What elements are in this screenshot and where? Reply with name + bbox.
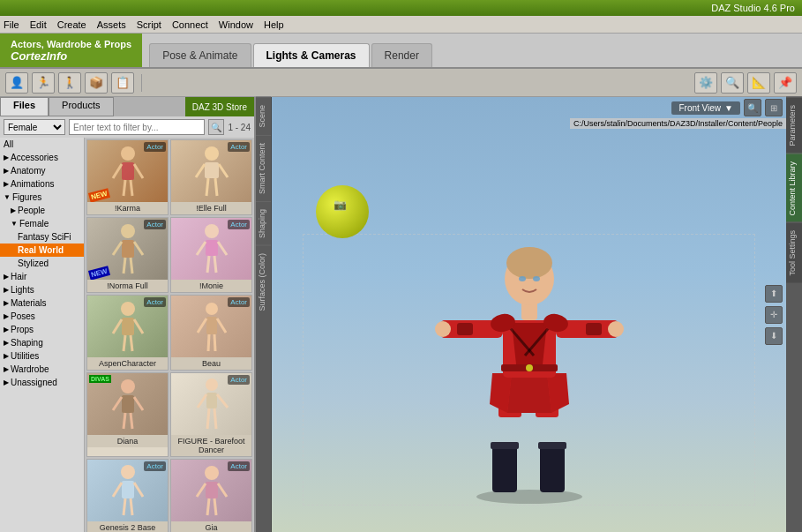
grid-item-beau[interactable]: Actor Beau — [170, 295, 252, 371]
tree-item-all[interactable]: All — [0, 138, 84, 151]
tree-item-accessories[interactable]: ▶ Accessories — [0, 151, 84, 164]
menu-item-help[interactable]: Help — [264, 19, 284, 30]
camera-icon: 📷 — [334, 199, 347, 211]
tree-item-figures[interactable]: ▼ Figures — [0, 191, 84, 204]
grid-item-gia[interactable]: Actor Gia — [170, 459, 252, 532]
actor-badge: Actor — [144, 142, 166, 152]
tab-tool-settings[interactable]: Tool Settings — [786, 222, 802, 283]
toolbar-btn-4[interactable]: 📦 — [85, 72, 108, 94]
tree-label: Poses — [11, 311, 35, 321]
toolbar-btn-1[interactable]: 👤 — [5, 72, 28, 94]
tree-item-female[interactable]: ▼ Female — [0, 217, 84, 230]
tree-item-realworld[interactable]: Real World — [0, 244, 84, 257]
arrow-icon: ▶ — [4, 299, 9, 307]
svg-line-40 — [124, 413, 125, 429]
tree-item-wardrobe[interactable]: ▶ Wardrobe — [0, 363, 84, 376]
svg-line-45 — [217, 394, 228, 408]
tab-shaping[interactable]: Shaping — [256, 201, 271, 245]
menu-item-create[interactable]: Create — [57, 19, 86, 30]
svg-line-39 — [134, 397, 143, 410]
menu-item-file[interactable]: File — [4, 19, 19, 30]
grid-item-elle[interactable]: Actor !Elle Full — [170, 139, 252, 215]
tab-files[interactable]: Files — [0, 97, 49, 116]
tree-item-hair[interactable]: ▶ Hair — [0, 270, 84, 283]
nav-up-btn[interactable]: ⬆ — [765, 285, 783, 303]
tree-item-shaping[interactable]: ▶ Shaping — [0, 336, 84, 349]
tab-surfaces[interactable]: Surfaces (Color) — [256, 245, 271, 318]
tree-item-animations[interactable]: ▶ Animations — [0, 177, 84, 191]
toolbar-btn-8[interactable]: 📐 — [747, 72, 770, 94]
menu-item-assets[interactable]: Assets — [97, 19, 126, 30]
nav-center-btn[interactable]: ✛ — [765, 306, 783, 324]
tab-products[interactable]: Products — [49, 97, 113, 116]
svg-line-9 — [219, 164, 228, 177]
svg-rect-75 — [491, 442, 519, 449]
nav-logo: Actors, Wardrobe & Props CortezInfo — [0, 34, 142, 67]
svg-rect-25 — [122, 318, 134, 335]
tree-item-anatomy[interactable]: ▶ Anatomy — [0, 164, 84, 177]
arrow-icon: ▶ — [4, 312, 9, 320]
svg-marker-79 — [507, 373, 551, 413]
toolbar-btn-2[interactable]: 🏃 — [32, 72, 55, 94]
nav-down-btn[interactable]: ⬇ — [765, 327, 783, 345]
tree-item-lights[interactable]: ▶ Lights — [0, 283, 84, 296]
search-button[interactable]: 🔍 — [208, 119, 224, 135]
tree-item-poses[interactable]: ▶ Poses — [0, 310, 84, 323]
tab-content-library[interactable]: Content Library — [786, 154, 802, 223]
grid-area: Actor NEW !Kar — [85, 138, 254, 532]
toolbar-btn-9[interactable]: 📌 — [774, 72, 797, 94]
viewport-header: Front View ▼ 🔍 ⊞ — [272, 97, 786, 118]
menu-item-edit[interactable]: Edit — [30, 19, 47, 30]
grid-item-dancer[interactable]: Actor FIGURE - Barefoot Dancer — [170, 372, 252, 457]
svg-point-54 — [205, 466, 219, 480]
svg-line-58 — [207, 498, 209, 515]
arrow-icon: ▼ — [11, 220, 18, 228]
tree-item-utilities[interactable]: ▶ Utilities — [0, 349, 84, 363]
tree-item-materials[interactable]: ▶ Materials — [0, 296, 84, 310]
category-select[interactable]: Female Male All — [4, 119, 65, 135]
svg-point-6 — [205, 146, 219, 161]
tab-parameters[interactable]: Parameters — [786, 97, 802, 154]
svg-point-93 — [608, 321, 624, 337]
scene-tabs: Scene Smart Content Shaping Surfaces (Co… — [256, 97, 272, 532]
grid-item-aspen[interactable]: Actor AspenCharacter — [86, 295, 169, 371]
toolbar-btn-7[interactable]: 🔍 — [721, 72, 744, 94]
figure-area — [388, 179, 671, 514]
tree-item-fantasy[interactable]: Fantasy SciFi — [0, 230, 84, 244]
grid-item-genesis2[interactable]: Actor Genesis 2 Base Female — [86, 459, 169, 532]
svg-line-59 — [214, 498, 216, 515]
tab-scene[interactable]: Scene — [256, 97, 271, 135]
viewport-btn-1[interactable]: 🔍 — [744, 99, 761, 116]
tab-pose-animate[interactable]: Pose & Animate — [149, 43, 251, 67]
daz-store-button[interactable]: DAZ 3D Store — [185, 97, 254, 116]
svg-line-28 — [124, 335, 125, 351]
menu-item-connect[interactable]: Connect — [172, 19, 208, 30]
figure-thumb — [190, 464, 234, 517]
toolbar-btn-3[interactable]: 🚶 — [58, 72, 81, 94]
tree-item-unassigned[interactable]: ▶ Unassigned — [0, 376, 84, 389]
grid-item-diana[interactable]: DIVAS Diana — [86, 372, 169, 457]
tree-item-people[interactable]: ▶ People — [0, 204, 84, 217]
viewport-btn-2[interactable]: ⊞ — [765, 99, 783, 116]
tab-lights-cameras[interactable]: Lights & Cameras — [253, 43, 370, 67]
svg-line-32 — [198, 318, 206, 333]
figure-thumb — [106, 378, 150, 431]
tree-item-stylized[interactable]: Stylized — [0, 257, 84, 270]
item-grid: Actor NEW !Kar — [86, 139, 252, 532]
toolbar-btn-5[interactable]: 📋 — [111, 72, 134, 94]
menu-item-window[interactable]: Window — [219, 19, 253, 30]
tree-label: People — [18, 206, 45, 215]
filter-input[interactable] — [69, 119, 205, 135]
grid-item-label: FIGURE - Barefoot Dancer — [171, 435, 251, 456]
tree-item-props[interactable]: ▶ Props — [0, 323, 84, 336]
grid-item-karma[interactable]: Actor NEW !Kar — [86, 139, 169, 215]
grid-item-norma[interactable]: Actor NEW !Norma Full — [86, 217, 169, 293]
svg-line-4 — [124, 180, 125, 196]
tab-render[interactable]: Render — [371, 43, 432, 67]
tab-smart-content[interactable]: Smart Content — [256, 135, 271, 201]
viewport[interactable]: 📷 Front View ▼ 🔍 ⊞ C:/Users/stalin/Docum… — [272, 97, 786, 532]
tree-label: Anatomy — [11, 166, 45, 176]
grid-item-monie[interactable]: Actor !Monie — [170, 217, 252, 293]
toolbar-btn-6[interactable]: ⚙️ — [694, 72, 717, 94]
menu-item-script[interactable]: Script — [137, 19, 161, 30]
